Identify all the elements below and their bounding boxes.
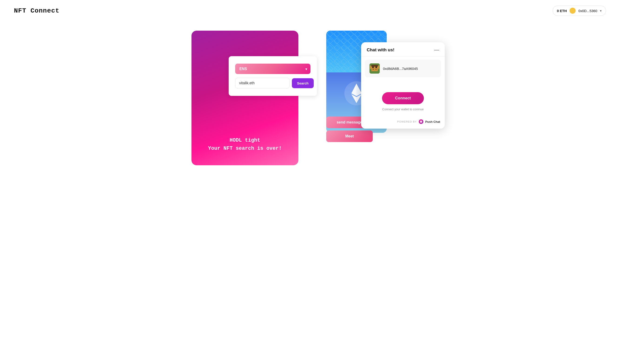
svg-rect-17 <box>370 63 380 65</box>
svg-rect-10 <box>375 67 377 68</box>
minecraft-avatar-icon <box>370 63 380 73</box>
svg-rect-13 <box>371 65 378 67</box>
svg-rect-14 <box>370 66 371 69</box>
search-row: Search <box>235 78 310 88</box>
app-logo: NFT Connect <box>14 7 60 15</box>
wallet-address: 0x0D...5360 <box>578 9 597 13</box>
chat-panel: Chat with us! — <box>361 42 445 129</box>
search-card: ENS Wallet Address Username ▾ Search <box>229 56 317 96</box>
ens-dropdown[interactable]: ENS Wallet Address Username <box>235 64 310 74</box>
right-panel: send message Meet Chat with us! — <box>326 31 429 165</box>
push-chat-logo-icon <box>419 119 423 124</box>
tagline-line1: HODL tight <box>196 137 294 143</box>
header: NFT Connect 0 ETH 0x0D...5360 ▾ <box>0 0 620 21</box>
wallet-avatar-icon <box>570 8 576 14</box>
meet-button[interactable]: Meet <box>326 131 373 142</box>
svg-rect-12 <box>375 69 376 70</box>
connect-wallet-button[interactable]: Connect <box>382 92 424 104</box>
chat-footer: POWERED BY Push Chat <box>361 116 445 124</box>
chat-title: Chat with us! <box>367 47 394 52</box>
wallet-button[interactable]: 0 ETH 0x0D...5360 ▾ <box>553 6 606 16</box>
main-content: ENS Wallet Address Username ▾ Search HOD… <box>0 21 620 179</box>
ens-select-wrapper: ENS Wallet Address Username ▾ <box>235 64 310 74</box>
chat-contact-item[interactable]: 0xd8dA6B...7aA96045 <box>365 60 441 77</box>
connect-subtitle: Connect your wallet to coninue <box>382 107 424 111</box>
chat-connect-area: Connect Connect your wallet to coninue <box>361 81 445 116</box>
search-input[interactable] <box>235 78 290 88</box>
push-chat-label: Push Chat <box>425 120 440 123</box>
svg-rect-16 <box>373 70 376 71</box>
minimize-button[interactable]: — <box>434 47 439 52</box>
chevron-down-icon: ▾ <box>600 9 602 13</box>
contact-address: 0xd8dA6B...7aA96045 <box>383 67 418 71</box>
left-panel: ENS Wallet Address Username ▾ Search HOD… <box>191 31 308 165</box>
contact-avatar <box>370 63 380 73</box>
svg-point-19 <box>420 120 422 123</box>
svg-rect-15 <box>378 66 379 69</box>
powered-by-label: POWERED BY <box>397 120 417 123</box>
tagline-line2: Your NFT search is over! <box>196 146 294 151</box>
chat-header: Chat with us! — <box>361 42 445 57</box>
svg-rect-18 <box>370 72 380 73</box>
eth-balance: 0 ETH <box>557 9 567 13</box>
svg-rect-11 <box>373 69 374 70</box>
search-button[interactable]: Search <box>292 78 314 88</box>
tagline: HODL tight Your NFT search is over! <box>196 137 294 151</box>
svg-rect-9 <box>372 67 374 68</box>
